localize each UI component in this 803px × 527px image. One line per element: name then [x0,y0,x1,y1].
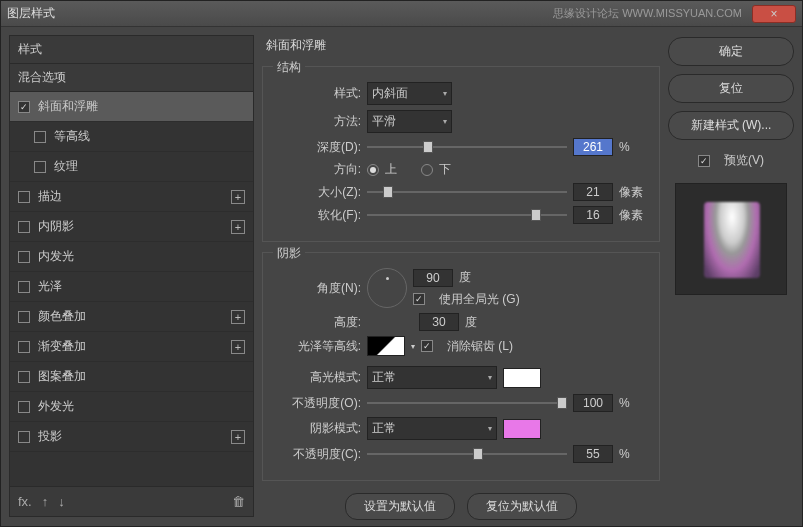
effect-checkbox[interactable] [34,161,46,173]
angle-unit: 度 [459,269,471,286]
effect-item-4[interactable]: 内阴影+ [10,212,253,242]
chevron-down-icon: ▾ [443,89,447,98]
shading-fieldset: 阴影 角度(N): 90 度 使用全局光 (G) [262,252,660,481]
chevron-down-icon: ▾ [488,373,492,382]
effect-item-2[interactable]: 纹理 [10,152,253,182]
highlight-opacity-input[interactable]: 100 [573,394,613,412]
effect-checkbox[interactable] [18,221,30,233]
effect-label: 内阴影 [38,218,231,235]
add-effect-icon[interactable]: + [231,190,245,204]
effect-checkbox[interactable] [18,341,30,353]
shadow-opacity-slider[interactable] [367,447,567,461]
effect-item-8[interactable]: 渐变叠加+ [10,332,253,362]
preview-label: 预览(V) [724,152,764,169]
depth-slider[interactable] [367,140,567,154]
default-buttons-row: 设置为默认值 复位为默认值 [262,493,660,520]
highlight-opacity-slider[interactable] [367,396,567,410]
direction-down-radio[interactable] [421,164,433,176]
effect-item-11[interactable]: 投影+ [10,422,253,452]
styles-header[interactable]: 样式 [9,35,254,64]
technique-label: 方法: [275,113,361,130]
size-label: 大小(Z): [275,184,361,201]
move-up-icon[interactable]: ↑ [42,494,49,509]
highlight-mode-select[interactable]: 正常▾ [367,366,497,389]
shading-legend: 阴影 [273,245,305,262]
shadow-opacity-input[interactable]: 55 [573,445,613,463]
global-light-checkbox[interactable] [413,293,425,305]
effect-checkbox[interactable] [18,431,30,443]
style-select[interactable]: 内斜面▾ [367,82,452,105]
chevron-down-icon[interactable]: ▾ [411,342,415,351]
effect-label: 斜面和浮雕 [38,98,245,115]
angle-input[interactable]: 90 [413,269,453,287]
effect-label: 光泽 [38,278,245,295]
angle-wheel[interactable] [367,268,407,308]
settings-panel: 斜面和浮雕 结构 样式: 内斜面▾ 方法: 平滑▾ 深度(D): 261 % [262,35,660,517]
highlight-color-swatch[interactable] [503,368,541,388]
window-title: 图层样式 [7,5,553,22]
ok-button[interactable]: 确定 [668,37,794,66]
global-light-label: 使用全局光 (G) [439,291,520,308]
add-effect-icon[interactable]: + [231,430,245,444]
effect-item-9[interactable]: 图案叠加 [10,362,253,392]
close-button[interactable]: × [752,5,796,23]
add-effect-icon[interactable]: + [231,310,245,324]
add-effect-icon[interactable]: + [231,220,245,234]
shadow-mode-select[interactable]: 正常▾ [367,417,497,440]
effect-label: 投影 [38,428,231,445]
effect-checkbox[interactable] [18,101,30,113]
reset-default-button[interactable]: 复位为默认值 [467,493,577,520]
shadow-mode-label: 阴影模式: [275,420,361,437]
angle-label: 角度(N): [275,280,361,297]
soften-slider[interactable] [367,208,567,222]
chevron-down-icon: ▾ [488,424,492,433]
effect-item-6[interactable]: 光泽 [10,272,253,302]
cancel-button[interactable]: 复位 [668,74,794,103]
blend-options[interactable]: 混合选项 [9,64,254,92]
effect-checkbox[interactable] [34,131,46,143]
make-default-button[interactable]: 设置为默认值 [345,493,455,520]
move-down-icon[interactable]: ↓ [58,494,65,509]
gloss-contour-label: 光泽等高线: [275,338,361,355]
highlight-opacity-label: 不透明度(O): [275,395,361,412]
effect-item-1[interactable]: 等高线 [10,122,253,152]
new-style-button[interactable]: 新建样式 (W)... [668,111,794,140]
effect-checkbox[interactable] [18,401,30,413]
action-panel: 确定 复位 新建样式 (W)... 预览(V) [668,35,794,517]
effect-checkbox[interactable] [18,371,30,383]
delete-icon[interactable]: 🗑 [232,494,245,509]
effect-checkbox[interactable] [18,311,30,323]
effect-label: 纹理 [54,158,245,175]
soften-label: 软化(F): [275,207,361,224]
effect-label: 颜色叠加 [38,308,231,325]
shadow-color-swatch[interactable] [503,419,541,439]
sidebar-footer: fx. ↑ ↓ 🗑 [9,487,254,517]
altitude-input[interactable]: 30 [419,313,459,331]
effect-item-0[interactable]: 斜面和浮雕 [10,92,253,122]
effect-checkbox[interactable] [18,191,30,203]
gloss-contour-picker[interactable] [367,336,405,356]
effect-item-7[interactable]: 颜色叠加+ [10,302,253,332]
size-slider[interactable] [367,185,567,199]
effect-checkbox[interactable] [18,251,30,263]
add-effect-icon[interactable]: + [231,340,245,354]
preview-thumbnail [675,183,787,295]
fx-menu[interactable]: fx. [18,494,32,509]
effect-label: 外发光 [38,398,245,415]
size-input[interactable]: 21 [573,183,613,201]
direction-up-radio[interactable] [367,164,379,176]
depth-input[interactable]: 261 [573,138,613,156]
depth-unit: % [619,140,647,154]
effect-item-10[interactable]: 外发光 [10,392,253,422]
antialias-checkbox[interactable] [421,340,433,352]
effect-item-5[interactable]: 内发光 [10,242,253,272]
style-label: 样式: [275,85,361,102]
altitude-unit: 度 [465,314,477,331]
technique-select[interactable]: 平滑▾ [367,110,452,133]
effect-checkbox[interactable] [18,281,30,293]
effect-item-3[interactable]: 描边+ [10,182,253,212]
preview-checkbox[interactable] [698,155,710,167]
highlight-mode-label: 高光模式: [275,369,361,386]
preview-row: 预览(V) [668,152,794,169]
soften-input[interactable]: 16 [573,206,613,224]
